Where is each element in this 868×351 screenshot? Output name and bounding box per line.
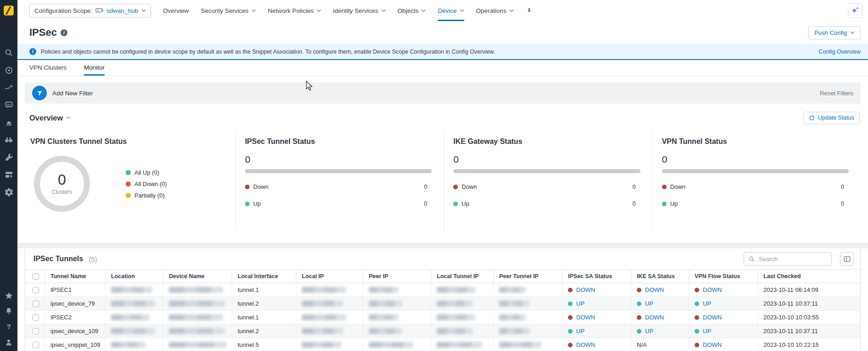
help-icon[interactable]: ? [3,322,15,332]
chevron-down-icon [141,9,146,12]
status-link[interactable]: UP [576,300,584,307]
column-header-ipsec-sa-status[interactable]: IPSec SA Status [562,270,631,283]
column-header-last-checked[interactable]: Last Checked [757,270,860,283]
row-checkbox[interactable] [33,314,39,321]
legend-item-all-down[interactable]: All Down (0) [126,181,167,187]
add-filter-button[interactable] [32,86,47,100]
tab-vpn-clusters[interactable]: VPN Clusters [29,60,67,76]
nav-item-overview[interactable]: Overview [163,0,189,21]
profile-icon[interactable] [3,337,15,347]
status-link[interactable]: UP [576,328,584,335]
redacted-value [499,342,541,348]
reset-filters-button[interactable]: Reset Filters [820,90,853,97]
manage-icon[interactable]: › [3,152,15,162]
insights-icon[interactable] [3,65,15,75]
cell-local-ip [296,283,363,296]
cell-ipsec-sa-status: DOWN [562,311,631,324]
row-checkbox[interactable] [33,328,39,335]
config-scope-selector[interactable]: Configuration Scope: sdwan_hub [29,4,151,17]
cell-location [105,283,163,296]
settings-gear-icon[interactable]: › [3,187,15,197]
status-link[interactable]: DOWN [703,286,722,293]
favorites-star-icon[interactable]: › [3,291,15,301]
panel-status-row: Down0 [662,183,849,190]
status-link[interactable]: UP [645,300,653,307]
config-overview-link[interactable]: Config Overview [818,49,861,55]
content: Add New Filter Reset Filters Overview Up… [17,76,868,351]
push-config-button[interactable]: Push Config [808,26,861,39]
cell-ipsec-sa-status: DOWN [562,283,631,296]
dashboards-icon[interactable] [3,170,15,180]
nav-item-objects[interactable]: Objects [398,0,426,21]
column-header-local-ip[interactable]: Local IP [296,270,363,283]
app-logo-icon[interactable] [3,5,15,18]
nav-item-operations[interactable]: Operations [476,0,514,21]
status-link[interactable]: DOWN [645,286,664,293]
status-dot [568,288,573,292]
panel-title: VPN Clusters Tunnel Status [30,137,223,146]
table-row: IPSEC2tunnel.1DOWNDOWNDOWN2023-10-10 10:… [25,311,860,324]
column-header-device-name[interactable]: Device Name [163,270,232,283]
status-link[interactable]: DOWN [576,286,595,293]
status-link[interactable]: DOWN [576,314,595,321]
banner-text: Policies and objects cannot be configure… [41,49,495,55]
panel-title: VPN Tunnel Status [662,137,849,146]
sidebar-bottom-group: › ? [3,291,15,351]
status-label: Up [670,200,678,207]
workflows-icon[interactable]: › [3,82,15,93]
column-header-location[interactable]: Location [105,270,163,283]
status-link[interactable]: UP [703,300,711,307]
column-header-ike-sa-status[interactable]: IKE SA Status [631,270,689,283]
panel-progress-bar [245,169,432,173]
row-checkbox[interactable] [33,301,39,307]
info-icon[interactable]: i [61,29,67,36]
nav-item-security-services[interactable]: Security Services [200,0,256,21]
incidents-icon[interactable]: › [3,117,15,127]
copilot-chat-icon[interactable] [3,100,15,110]
select-all-checkbox[interactable] [33,273,39,280]
cell-tunnel-name: IPSEC2 [45,311,105,324]
legend-item-all-up[interactable]: All Up (0) [126,169,167,176]
column-header-local-interface[interactable]: Local Interface [232,270,296,283]
column-header-peer-ip[interactable]: Peer IP [363,270,431,283]
notifications-bell-icon[interactable] [3,306,15,316]
search-icon[interactable] [3,48,15,58]
row-checkbox[interactable] [33,342,39,348]
cell-ike-sa-status: DOWN [631,311,689,324]
search-input[interactable] [759,256,827,263]
row-checkbox[interactable] [33,287,39,293]
sidebar: › › › › [0,0,17,351]
tab-monitor[interactable]: Monitor [84,60,105,76]
explore-icon[interactable] [3,135,15,145]
nav-item-device[interactable]: Device [438,0,464,21]
status-link[interactable]: UP [645,328,653,335]
status-link[interactable]: UP [703,328,711,335]
status-dot [695,315,699,320]
column-settings-button[interactable] [840,252,854,266]
panel-total: 0 [453,154,640,165]
nav-item-identity-services[interactable]: Identity Services [333,0,386,21]
pin-icon[interactable] [526,7,533,15]
cell-vpn-flow-status: DOWN [689,338,757,351]
column-header-tunnel-name[interactable]: Tunnel Name [45,270,105,283]
status-link[interactable]: DOWN [645,314,664,321]
clusters-count-label: Clusters [52,189,72,195]
status-link[interactable]: DOWN [576,341,595,348]
update-status-button[interactable]: Update Status [803,112,860,124]
column-header-local-tunnel-ip[interactable]: Local Tunnel IP [431,270,493,283]
cell-peer-tunnel-ip [493,297,562,310]
legend-item-partially[interactable]: Partially (0) [126,192,167,199]
status-link[interactable]: DOWN [703,314,722,321]
overview-collapse-toggle[interactable]: Overview [29,114,71,122]
status-link[interactable]: DOWN [703,341,722,348]
add-filter-label[interactable]: Add New Filter [52,90,93,97]
column-header-vpn-flow-status[interactable]: VPN Flow Status [689,270,757,283]
status-dot [568,343,573,347]
copilot-sparkle-button[interactable] [848,3,862,18]
nav-item-network-policies[interactable]: Network Policies [268,0,321,21]
chevron-right-icon: › [17,190,18,194]
cell-ike-sa-status: DOWN [631,283,689,296]
cell-peer-ip [363,311,431,324]
column-header-peer-tunnel-ip[interactable]: Peer Tunnel IP [493,270,562,283]
status-dot [453,202,458,206]
